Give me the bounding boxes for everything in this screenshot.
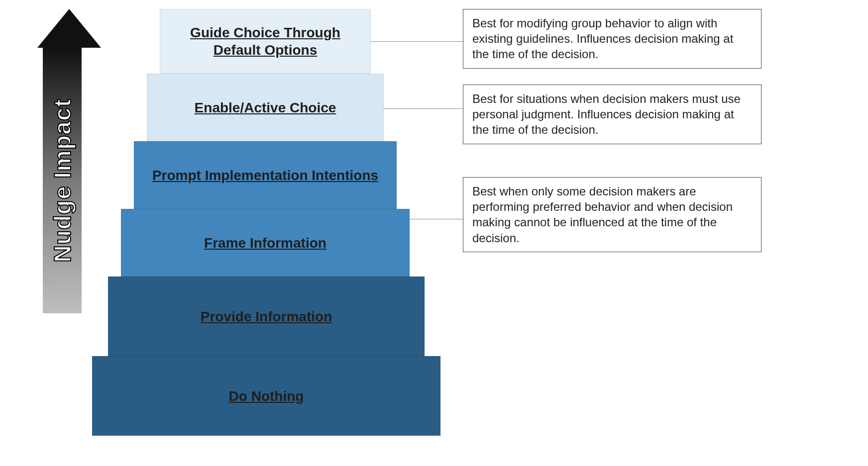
callout-active: Best for situations when decision makers… [463, 85, 761, 144]
arrow-shaft: Nudge Impact [43, 48, 82, 313]
callout-defaults: Best for modifying group behavior to ali… [463, 9, 761, 69]
connector-line [371, 41, 463, 42]
connector-line [410, 219, 463, 219]
connector-line [384, 108, 463, 109]
level-label: Do Nothing [222, 387, 311, 405]
level-guide-defaults: Guide Choice Through Default Options [160, 9, 371, 74]
level-active-choice: Enable/Active Choice [147, 74, 384, 141]
callout-bottom-group: Best when only some decision makers are … [463, 177, 761, 252]
arrow-up-icon [37, 9, 101, 48]
level-label: Provide Information [194, 308, 339, 325]
level-provide-info: Provide Information [108, 277, 425, 356]
impact-axis: Nudge Impact [37, 9, 87, 313]
callout-text: Best for situations when decision makers… [472, 92, 741, 136]
axis-label: Nudge Impact [49, 98, 76, 262]
level-prompt-intent: Prompt Implementation Intentions [134, 141, 397, 209]
level-do-nothing: Do Nothing [92, 356, 440, 436]
diagram-stage: Nudge Impact Guide Choice Through Defaul… [0, 0, 868, 466]
level-label: Guide Choice Through Default Options [160, 24, 370, 59]
callout-text: Best for modifying group behavior to ali… [472, 16, 733, 61]
level-label: Enable/Active Choice [188, 99, 343, 116]
level-label: Prompt Implementation Intentions [145, 167, 385, 184]
level-label: Frame Information [197, 234, 333, 252]
level-frame-info: Frame Information [121, 209, 410, 277]
callout-text: Best when only some decision makers are … [472, 185, 733, 245]
